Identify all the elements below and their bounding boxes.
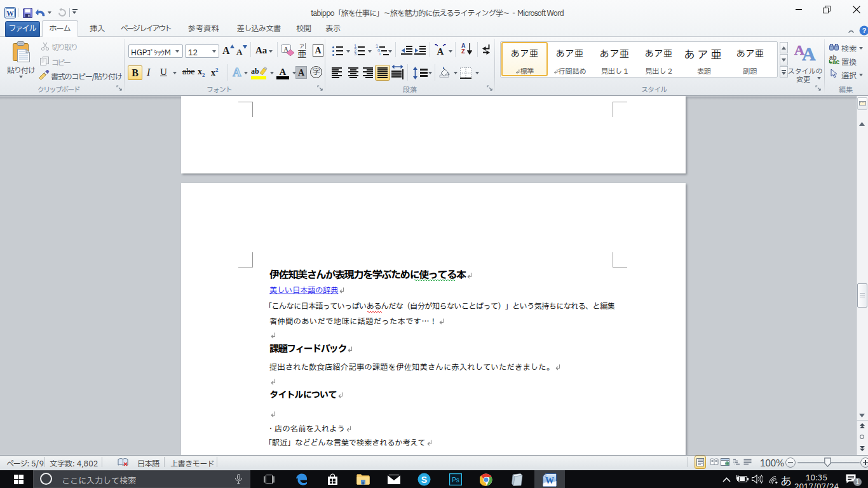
svg-text:S: S xyxy=(421,475,427,485)
svg-text:Ps: Ps xyxy=(452,477,459,484)
svg-text:A: A xyxy=(437,46,444,56)
svg-text:A: A xyxy=(802,43,816,62)
svg-text:ab: ab xyxy=(251,67,259,76)
svg-text:W: W xyxy=(545,476,554,485)
svg-text:A: A xyxy=(280,67,287,77)
svg-text:?: ? xyxy=(862,27,867,34)
